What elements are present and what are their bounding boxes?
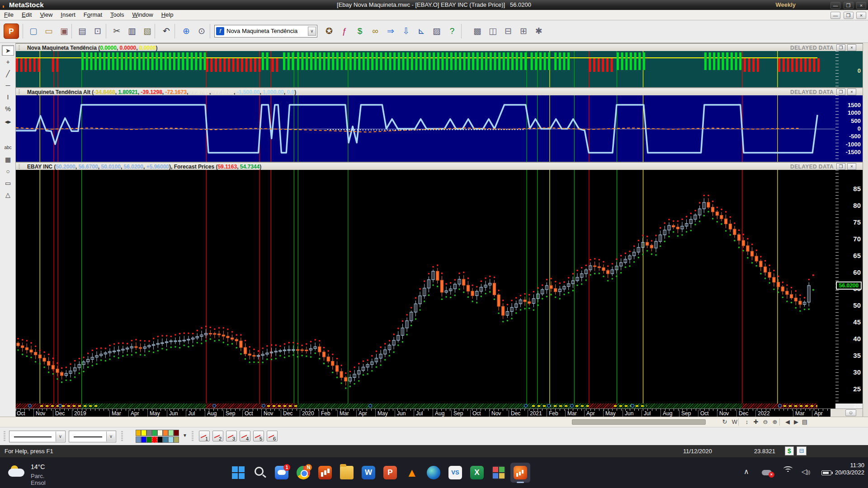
taskbar-excel-button[interactable]: X	[467, 463, 487, 483]
print-preview-button[interactable]: ⊡	[90, 24, 105, 38]
taskbar-start-button[interactable]	[228, 463, 248, 483]
crosshair-tool[interactable]: +	[2, 57, 14, 67]
scan-button[interactable]: ⊾	[414, 24, 429, 38]
monitor-status-icon[interactable]: ⊟	[797, 446, 807, 455]
chevron-down-icon[interactable]: ∨	[106, 432, 115, 441]
menu-edit[interactable]: Edit	[18, 10, 36, 19]
indicator1-chart[interactable]	[16, 51, 835, 87]
zoom-select-button[interactable]: ⊙	[194, 24, 209, 38]
color-swatch[interactable]	[136, 436, 141, 443]
taskbar-file-explorer-button[interactable]	[337, 463, 357, 483]
explorer-button[interactable]: ∞	[368, 24, 382, 38]
taskbar-chrome-button[interactable]: N	[293, 463, 313, 483]
smiley-button[interactable]: ☺	[845, 409, 856, 416]
taskbar-powerpoint-button[interactable]: P	[380, 463, 400, 483]
menu-file[interactable]: File	[0, 10, 18, 19]
price-chart[interactable]	[16, 170, 835, 404]
pattern-tool[interactable]: ▦	[2, 155, 14, 165]
panel-restore-button[interactable]: ❐	[836, 89, 845, 95]
palette-dropdown-icon[interactable]: ▼	[183, 433, 187, 438]
move-chart-button[interactable]: ✚	[751, 418, 760, 427]
expert-advisor-button[interactable]: ✪	[322, 24, 336, 38]
downloader-button[interactable]: ⇩	[399, 24, 413, 38]
trendline-tool[interactable]: ╱	[2, 69, 14, 79]
zoom-out-button[interactable]: ⊖	[761, 418, 770, 427]
taskbar-word-button[interactable]: W	[359, 463, 378, 483]
chart-list-button[interactable]: ▤	[800, 418, 809, 427]
chart-template-button-1[interactable]: 1	[199, 431, 210, 441]
print-button[interactable]: ▤	[75, 24, 90, 38]
color-swatch[interactable]	[174, 430, 179, 436]
indicator2-header[interactable]: Maquineta Tendência Alt -34.8468, 1.8092…	[16, 87, 868, 95]
color-swatch[interactable]	[146, 430, 152, 436]
chevron-down-icon[interactable]: ∨	[308, 27, 316, 36]
chart-template-button-2[interactable]: 2	[212, 431, 223, 441]
tile-quad-button[interactable]: ⊞	[516, 24, 531, 38]
pointer-tool[interactable]: ➤	[2, 45, 14, 56]
taskbar-vlc-button[interactable]	[402, 463, 422, 483]
color-swatch[interactable]	[141, 436, 146, 443]
hscroll-thumb[interactable]	[572, 419, 706, 425]
close-button[interactable]: ×	[856, 2, 866, 9]
panel-close-button[interactable]: ×	[847, 44, 856, 51]
indicator1-header[interactable]: Nova Maquineta Tendência 0.0000, 0.0000,…	[16, 43, 868, 51]
text-tool[interactable]: abc	[2, 143, 14, 153]
zoom-in-button[interactable]: ⊕	[770, 418, 779, 427]
new-chart-button[interactable]: ▢	[26, 24, 41, 38]
cascade-windows-button[interactable]: ▩	[470, 24, 485, 38]
child-minimize-button[interactable]: —	[830, 12, 840, 19]
undo-button[interactable]: ↶	[159, 24, 174, 38]
save-chart-button[interactable]: ▣	[57, 24, 71, 38]
chart-template-button-5[interactable]: 5	[253, 431, 264, 441]
menu-help[interactable]: Help	[157, 10, 178, 19]
taskbar-clock[interactable]: 11:30 20/03/2022	[830, 462, 864, 476]
prev-chart-button[interactable]: ◀	[783, 418, 792, 427]
percent-tool[interactable]: %	[2, 104, 14, 114]
tray-chevron-icon[interactable]: ∧	[744, 467, 749, 476]
taskbar-chat-button[interactable]: 1	[272, 463, 292, 483]
indicator2-chart[interactable]	[16, 95, 835, 162]
color-swatch[interactable]	[168, 430, 174, 436]
forecaster-button[interactable]: ⇒	[383, 24, 398, 38]
price-panel-header[interactable]: EBAY INC 50.2000, 56.6700, 50.0100, 56.0…	[16, 162, 868, 170]
color-swatch[interactable]	[152, 436, 157, 443]
color-swatch[interactable]	[136, 430, 141, 436]
indicator-quicklist-combo[interactable]: f Nova Maquineta Tendência ∨	[214, 25, 317, 38]
child-restore-button[interactable]: ❐	[844, 12, 854, 19]
paste-button[interactable]: ▧	[140, 24, 155, 38]
menu-insert[interactable]: Insert	[57, 10, 80, 19]
scroll-pair-tool[interactable]: ◂▸	[2, 117, 14, 127]
tile-horizontal-button[interactable]: ⊟	[501, 24, 515, 38]
crosshair-button[interactable]: ⊕	[179, 24, 193, 38]
panel-restore-button[interactable]: ❐	[836, 44, 845, 51]
panel-close-button[interactable]: ×	[847, 89, 856, 95]
taskbar-vscode-button[interactable]: VS	[445, 463, 465, 483]
onedrive-error-icon[interactable]: ×	[762, 469, 772, 477]
rectangle-tool[interactable]: ▭	[2, 178, 14, 188]
report-button[interactable]: ▨	[429, 24, 444, 38]
taskbar-metastock-downloader-button[interactable]	[315, 463, 335, 483]
taskbar-edge-button[interactable]	[424, 463, 443, 483]
color-swatch[interactable]	[168, 436, 174, 443]
child-close-button[interactable]: ×	[856, 12, 866, 19]
chart-options-button[interactable]: ✱	[532, 24, 546, 38]
chart-template-button-6[interactable]: 6	[267, 431, 278, 441]
color-swatch[interactable]	[157, 436, 163, 443]
tile-vertical-button[interactable]: ◫	[486, 24, 500, 38]
copy-button[interactable]: ▥	[125, 24, 139, 38]
system-tester-button[interactable]: $	[353, 24, 367, 38]
menu-view[interactable]: View	[36, 10, 57, 19]
taskbar-photos-button[interactable]	[489, 463, 509, 483]
restore-button[interactable]: ❐	[844, 2, 854, 9]
menu-format[interactable]: Format	[80, 10, 106, 19]
color-swatch[interactable]	[141, 430, 146, 436]
cut-button[interactable]: ✂	[109, 24, 124, 38]
horizontal-line-tool[interactable]: ─	[2, 80, 14, 91]
minimize-button[interactable]: —	[830, 2, 840, 9]
triangle-tool[interactable]: △	[2, 190, 14, 200]
next-chart-button[interactable]: ▶	[792, 418, 801, 427]
volume-icon[interactable]: ◁))	[802, 467, 810, 476]
panel-close-button[interactable]: ×	[847, 163, 856, 170]
menu-tools[interactable]: Tools	[106, 10, 128, 19]
context-help-button[interactable]: ?	[445, 24, 459, 38]
